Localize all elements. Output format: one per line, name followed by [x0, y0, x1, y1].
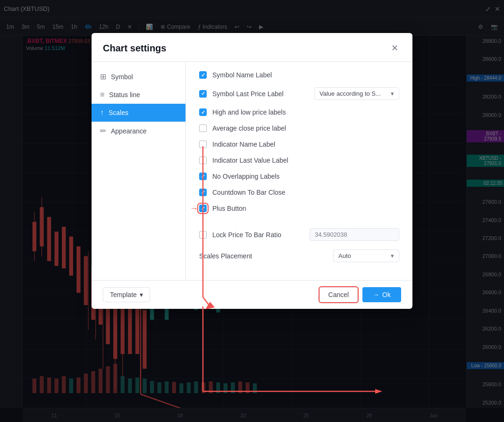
setting-symbol-last-price: Symbol Last Price Label Value according … [199, 87, 399, 100]
checkbox-no-overlapping[interactable] [199, 173, 207, 180]
svg-marker-104 [375, 389, 382, 394]
modal-header: Chart settings ✕ [92, 33, 412, 62]
cancel-label: Cancel [328, 291, 349, 298]
checkbox-plus-button[interactable] [199, 205, 207, 212]
nav-status-label: Status line [109, 91, 140, 99]
checkbox-countdown[interactable] [199, 189, 207, 196]
checkbox-indicator-name[interactable] [199, 141, 207, 148]
label-plus-button: Plus Button [212, 205, 399, 212]
modal-footer: Template ▾ Cancel → Ok [92, 280, 412, 309]
setting-symbol-name: Symbol Name Label [199, 71, 399, 79]
setting-scales-placement: Scales Placement Auto ▾ [199, 249, 399, 262]
label-average-close: Average close price label [212, 124, 399, 132]
auto-chevron-down-icon: ▾ [391, 252, 394, 259]
checkbox-indicator-last-value[interactable] [199, 157, 207, 164]
cancel-button[interactable]: Cancel [319, 287, 358, 302]
nav-appearance[interactable]: ✏ Appearance [92, 122, 185, 140]
lock-price-input[interactable] [310, 228, 399, 241]
checkbox-symbol-last-price[interactable] [199, 90, 207, 98]
ok-arrow-icon: → [373, 291, 379, 298]
setting-countdown: Countdown To Bar Close [199, 189, 399, 196]
settings-content: Symbol Name Label Symbol Last Price Labe… [186, 62, 412, 280]
chevron-down-icon: ▾ [391, 90, 394, 97]
modal-overlay: Chart settings ✕ ⊞ Symbol ≡ Status line … [0, 0, 504, 422]
red-arrow-indicator: → [190, 204, 198, 214]
dropdown-value-text: Value according to S... [319, 90, 381, 97]
setting-lock-price: Lock Price To Bar Ratio [199, 228, 399, 241]
setting-no-overlapping: No Overlapping Labels [199, 173, 399, 180]
label-scales-placement: Scales Placement [199, 252, 328, 260]
label-lock-price: Lock Price To Bar Ratio [212, 231, 304, 239]
label-symbol-last-price: Symbol Last Price Label [212, 90, 309, 98]
checkbox-high-low[interactable] [199, 108, 207, 116]
template-button[interactable]: Template ▾ [103, 287, 150, 302]
label-no-overlapping: No Overlapping Labels [212, 173, 399, 180]
label-indicator-last-value: Indicator Last Value Label [212, 157, 399, 164]
setting-plus-button: → Plus Button [199, 205, 399, 212]
modal-title: Chart settings [103, 43, 166, 54]
ok-button[interactable]: → Ok [362, 287, 401, 302]
checkbox-average-close[interactable] [199, 124, 207, 132]
label-high-low: High and low price labels [212, 108, 399, 116]
nav-symbol[interactable]: ⊞ Symbol [92, 67, 185, 86]
nav-scales[interactable]: ↑ Scales [92, 104, 185, 122]
scales-nav-icon: ↑ [100, 108, 104, 117]
footer-action-buttons: Cancel → Ok [319, 287, 401, 302]
checkbox-lock-price[interactable] [199, 231, 207, 239]
chart-settings-modal: Chart settings ✕ ⊞ Symbol ≡ Status line … [92, 33, 412, 309]
nav-scales-label: Scales [109, 109, 128, 116]
setting-indicator-last-value: Indicator Last Value Label [199, 157, 399, 164]
setting-high-low: High and low price labels [199, 108, 399, 116]
symbol-nav-icon: ⊞ [100, 72, 106, 81]
appearance-nav-icon: ✏ [100, 126, 106, 135]
modal-close-button[interactable]: ✕ [388, 41, 401, 55]
ok-label: Ok [382, 291, 391, 298]
label-symbol-name: Symbol Name Label [212, 71, 399, 79]
setting-average-close: Average close price label [199, 124, 399, 132]
template-label: Template [110, 291, 137, 298]
scales-placement-dropdown[interactable]: Auto ▾ [333, 249, 399, 262]
value-according-dropdown[interactable]: Value according to S... ▾ [314, 87, 399, 100]
status-nav-icon: ≡ [100, 91, 104, 99]
modal-body: ⊞ Symbol ≡ Status line ↑ Scales ✏ Appear… [92, 62, 412, 280]
setting-indicator-name: Indicator Name Label [199, 141, 399, 148]
label-countdown: Countdown To Bar Close [212, 189, 399, 196]
nav-appearance-label: Appearance [111, 127, 147, 135]
label-indicator-name: Indicator Name Label [212, 141, 399, 148]
template-arrow-icon: ▾ [140, 291, 143, 298]
scales-placement-value: Auto [338, 252, 351, 259]
nav-symbol-label: Symbol [111, 73, 133, 81]
checkbox-symbol-name[interactable] [199, 71, 207, 79]
nav-status-line[interactable]: ≡ Status line [92, 86, 185, 104]
modal-sidebar-nav: ⊞ Symbol ≡ Status line ↑ Scales ✏ Appear… [92, 62, 186, 280]
